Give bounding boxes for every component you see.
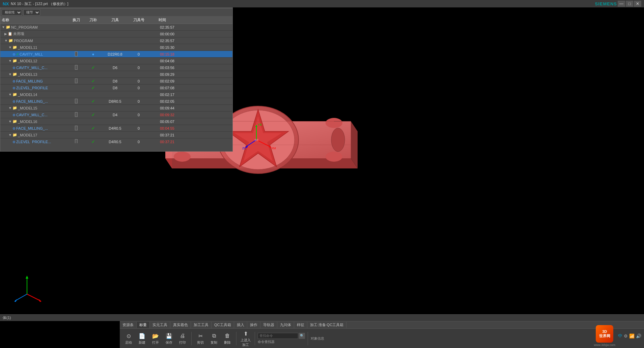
row-name-cell: ▼📁_MODEL15 — [0, 106, 68, 110]
save-icon: 💾 — [165, 332, 173, 340]
enter-machining-button[interactable]: ⬆ 上进入加工 — [239, 329, 252, 348]
expand-icon[interactable]: ▼ — [8, 93, 12, 96]
row-tool-change — [68, 139, 85, 144]
row-time: 00:15:30 — [149, 45, 176, 50]
start-button[interactable]: ⊙ 启动 — [122, 331, 135, 346]
tray-icon-1: 中 — [618, 333, 622, 339]
separator-2 — [236, 332, 236, 345]
table-row[interactable]: ▼📁_MODEL1700:37:21 — [0, 132, 232, 138]
row-type-icon: ⚙ — [12, 126, 16, 130]
row-name-cell: ▼📁_MODEL17 — [0, 133, 68, 137]
expand-icon[interactable]: ▼ — [2, 25, 5, 29]
row-name-cell: ⚙✓CAVITY_MILL — [0, 52, 68, 56]
row-time: 00:15:18 — [149, 52, 176, 56]
cut-button[interactable]: ✂ 剪切 — [194, 331, 206, 346]
row-time: 00:04:08 — [149, 59, 176, 63]
bottom-tab-9[interactable]: 九问体 — [277, 322, 294, 328]
table-row[interactable]: ▼📁_MODEL1200:04:08 — [0, 58, 232, 64]
status-text: 体(1) — [3, 315, 11, 320]
table-row[interactable]: ▶📋未用项00:00:00 — [0, 31, 232, 37]
table-row[interactable]: ▼📁_MODEL1500:09:44 — [0, 105, 232, 112]
svg-point-2 — [174, 152, 191, 162]
expand-icon[interactable]: ▼ — [8, 72, 12, 76]
bottom-tab-3[interactable]: 真实着色 — [170, 322, 191, 328]
table-row[interactable]: ⚙✓CAVITY_MILL●D22R0.8000:15:18 — [0, 51, 232, 58]
copy-label: 复制 — [211, 340, 217, 345]
separator-3 — [255, 332, 255, 345]
table-row[interactable]: ⚙CAVITY_MILL_C...✓D6000:03:56 — [0, 64, 232, 71]
row-time: 02:35:57 — [149, 25, 176, 29]
close-button[interactable]: ✕ — [634, 1, 641, 7]
print-button[interactable]: 🖨 打印 — [176, 331, 189, 346]
siemens-label: SIEMENS — [595, 1, 617, 6]
bottom-tab-10[interactable]: 样征 — [294, 322, 307, 328]
table-row[interactable]: ⚙ZLEVEL_PROFILE✓D8000:07:08 — [0, 85, 232, 91]
detail-dropdown[interactable]: 细节 — [23, 9, 40, 15]
row-tool-number: 0 — [129, 113, 149, 117]
col-offset-header: 刀补 — [85, 18, 102, 23]
svg-point-3 — [326, 152, 342, 162]
delete-button[interactable]: 🗑 删除 — [221, 331, 233, 346]
open-button[interactable]: 📂 打开 — [149, 331, 162, 346]
row-time: 00:03:56 — [149, 66, 176, 70]
table-row[interactable]: ▼📁_MODEL1100:15:30 — [0, 44, 232, 51]
row-name-cell: ⚙FACE_MILLING_... — [0, 99, 68, 103]
bottom-tab-2[interactable]: 实元工具 — [150, 322, 170, 328]
table-row[interactable]: ⚙ZLEVEL_PROFILE...✓D4R0.5000:37:21 — [0, 138, 232, 143]
row-tool: D6 — [102, 66, 129, 70]
search-input[interactable] — [258, 333, 298, 339]
minimize-button[interactable]: — — [618, 1, 625, 7]
row-type-icon: ⚙ — [12, 99, 16, 103]
row-time: 02:35:57 — [149, 39, 176, 43]
new-icon: 📄 — [138, 332, 146, 340]
row-tool-change — [68, 126, 85, 131]
delete-icon: 🗑 — [223, 332, 231, 340]
table-row[interactable]: ⚙FACE_MILLING_...✓D8R0.5000:02:05 — [0, 98, 232, 105]
expand-icon[interactable]: ▼ — [8, 45, 12, 49]
bottom-tab-5[interactable]: QC工具箱 — [212, 322, 234, 328]
table-row[interactable]: ▼📁PROGRAM02:35:57 — [0, 37, 232, 44]
logo-3d: 3D世界网 — [596, 325, 613, 343]
copy-button[interactable]: ⧉ 复制 — [208, 331, 220, 346]
table-row[interactable]: ▼📁_MODEL1300:09:29 — [0, 71, 232, 78]
dependency-dropdown[interactable]: 相依性 — [2, 9, 22, 15]
row-tool-change — [68, 65, 85, 70]
tray-icon-2: ⚙ — [624, 334, 628, 339]
expand-icon[interactable]: ▼ — [8, 120, 12, 123]
bottom-tab-7[interactable]: 操作 — [247, 322, 260, 328]
expand-icon[interactable]: ▼ — [4, 39, 8, 42]
expand-icon[interactable]: ▼ — [8, 106, 12, 110]
bottom-tab-1[interactable]: 标量 — [137, 322, 150, 328]
row-name-cell: ⚙FACE_MILLING — [0, 79, 68, 83]
table-row[interactable]: ⚙FACE_MILLING✓D8000:02:09 — [0, 78, 232, 85]
svg-marker-25 — [26, 276, 28, 279]
row-name-cell: ⚙FACE_MILLING_... — [0, 126, 68, 130]
table-row[interactable]: ▼📁_MODEL1600:05:07 — [0, 118, 232, 125]
expand-icon[interactable]: ▼ — [8, 133, 12, 137]
search-box: 🔍 命令查找器 — [258, 333, 305, 344]
expand-icon[interactable]: ▼ — [8, 59, 12, 63]
expand-icon[interactable]: ▶ — [4, 32, 7, 36]
bottom-tab-11[interactable]: 加工·淮备·QC工具箱 — [307, 322, 347, 328]
row-name-text: FACE_MILLING_... — [16, 126, 48, 130]
save-button[interactable]: 💾 保存 — [163, 331, 175, 346]
row-time: 00:09:29 — [149, 72, 176, 76]
search-button[interactable]: 🔍 — [299, 333, 305, 339]
row-type-icon: 📁 — [6, 25, 10, 29]
table-row[interactable]: ▼📁_MODEL1400:02:17 — [0, 91, 232, 98]
new-button[interactable]: 📄 新建 — [136, 331, 148, 346]
table-row[interactable]: ⚙CAVITY_MILL_C...✓D4000:09:32 — [0, 112, 232, 118]
bottom-tab-8[interactable]: 导轨器 — [260, 322, 277, 328]
row-type-icon: 📁 — [12, 45, 17, 50]
tray-icon-3: 📶 — [629, 334, 635, 339]
row-type-icon: 📁 — [12, 106, 17, 110]
table-row[interactable]: ▼📁NC_PROGRAM02:35:57 — [0, 24, 232, 31]
table-header: 名称 换刀 刀补 刀具 刀具号 时间 — [0, 17, 232, 24]
bottom-tab-6[interactable]: 插入 — [234, 322, 247, 328]
restore-button[interactable]: □ — [626, 1, 633, 7]
bottom-tab-0[interactable]: 资源条 — [120, 322, 137, 328]
table-row[interactable]: ⚙FACE_MILLING_...✓D4R0.5000:04:55 — [0, 125, 232, 132]
bottom-tab-4[interactable]: 加工工具 — [191, 322, 212, 328]
row-type-icon: 📋 — [8, 32, 12, 36]
row-time: 00:07:08 — [149, 86, 176, 90]
